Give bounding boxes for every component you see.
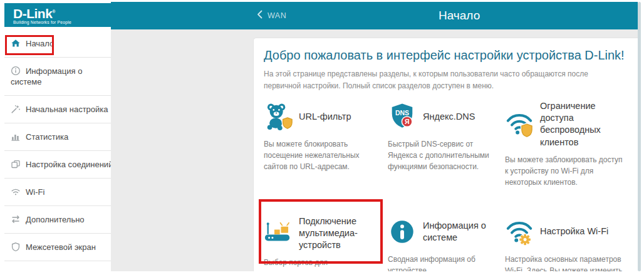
- brand-name: D-Link: [13, 6, 52, 21]
- sidebar-item-label: Начальная настройка: [26, 105, 108, 114]
- sidebar-item-connections-setup[interactable]: Настройка соединений: [4, 151, 111, 179]
- sidebar-item-advanced[interactable]: Дополнительно: [4, 206, 111, 234]
- sidebar-menu: Начало Информация о системе Начальная на…: [4, 27, 111, 261]
- arrows-icon: [11, 214, 21, 224]
- wifi-gear-icon: [505, 217, 534, 246]
- home-icon: [11, 38, 21, 48]
- sidebar-item-system-info[interactable]: Информация о системе: [4, 58, 111, 96]
- card-title: Информация о системе: [423, 220, 505, 244]
- welcome-panel: Добро пожаловать в интерфейс настройки у…: [253, 38, 638, 271]
- sidebar-item-label: Статистика: [26, 132, 68, 142]
- back-link-label: WAN: [267, 11, 286, 20]
- connections-icon: [11, 159, 21, 169]
- sidebar-item-label: Межсетевой экран: [26, 242, 96, 252]
- registered-mark: ®: [52, 9, 55, 14]
- back-link-wan[interactable]: WAN: [257, 2, 286, 29]
- card-title: Ограничение доступа беспроводных клиенто…: [540, 100, 626, 148]
- card-multimedia-devices[interactable]: Подключение мультимедиа-устройств Выбор …: [264, 215, 388, 271]
- card-url-filter[interactable]: URL-фильтр Вы можете блокировать посещен…: [264, 100, 388, 188]
- card-wifi-setup[interactable]: Настройка Wi-Fi Настройка основных парам…: [505, 215, 626, 271]
- vertical-scrollbar[interactable]: [638, 2, 641, 271]
- router-devices-icon: [264, 219, 293, 247]
- card-title: Настройка Wi-Fi: [540, 226, 608, 237]
- page-title: Начало: [439, 9, 480, 23]
- svg-text:DNS: DNS: [395, 109, 409, 117]
- sidebar-item-label: Настройка соединений: [26, 160, 113, 169]
- top-header-bar: WAN Начало: [111, 2, 638, 29]
- card-description: Выбор портов для подключения мультимедиа…: [264, 257, 375, 271]
- sidebar-item-statistics[interactable]: Статистика: [4, 123, 111, 151]
- feature-cards-grid: URL-фильтр Вы можете блокировать посещен…: [264, 100, 626, 271]
- main-content-area: Добро пожаловать в интерфейс настройки у…: [111, 29, 638, 271]
- card-description: Сводная информация об устройстве.: [388, 254, 499, 271]
- dlink-wordmark: D-Link®: [13, 5, 111, 20]
- card-yandex-dns[interactable]: DNS Я Яндекс.DNS Быстрый DNS-сервис от Я…: [388, 100, 505, 188]
- wifi-icon: [11, 187, 21, 197]
- sidebar-item-label: Информация о системе: [11, 66, 82, 86]
- card-title: URL-фильтр: [299, 111, 351, 123]
- chevron-left-icon: [257, 10, 262, 21]
- info-circle-icon: [388, 217, 417, 246]
- info-icon: [11, 66, 21, 76]
- svg-text:Я: Я: [405, 118, 410, 125]
- card-wireless-access-restriction[interactable]: Ограничение доступа беспроводных клиенто…: [505, 100, 626, 188]
- sidebar-item-initial-setup[interactable]: Начальная настройка: [4, 96, 111, 123]
- shield-icon: [11, 242, 21, 252]
- welcome-text: На этой странице представлены разделы, к…: [264, 68, 626, 91]
- teddy-bear-shield-icon: [264, 102, 293, 131]
- card-description: Настройка основных параметров Wi-Fi. Зде…: [505, 254, 626, 271]
- sidebar-item-label: Дополнительно: [26, 215, 85, 224]
- sidebar-item-home[interactable]: Начало: [4, 27, 111, 58]
- wifi-shield-icon: [505, 110, 534, 138]
- sidebar-item-label: Начало: [26, 39, 54, 48]
- wand-icon: [11, 104, 21, 114]
- welcome-title: Добро пожаловать в интерфейс настройки у…: [264, 48, 626, 63]
- card-title: Подключение мультимедиа-устройств: [299, 215, 388, 251]
- card-description: Вы можете заблокировать доступ к устройс…: [505, 154, 626, 188]
- sidebar-item-label: Wi-Fi: [26, 187, 44, 197]
- card-title: Яндекс.DNS: [423, 111, 475, 123]
- sidebar-item-wifi[interactable]: Wi-Fi: [4, 179, 111, 206]
- dlink-logo: D-Link® Building Networks for People: [4, 3, 111, 27]
- router-admin-screenshot: D-Link® Building Networks for People WAN…: [0, 0, 644, 275]
- card-description: Быстрый DNS-сервис от Яндекса с дополнит…: [388, 138, 499, 172]
- card-description: Вы можете блокировать посещение нежелате…: [264, 138, 375, 172]
- brand-tagline: Building Networks for People: [13, 20, 111, 24]
- dns-shield-icon: DNS Я: [388, 102, 417, 131]
- sidebar-item-firewall[interactable]: Межсетевой экран: [4, 234, 111, 261]
- bar-chart-icon: [11, 132, 21, 142]
- card-system-info[interactable]: Информация о системе Сводная информация …: [388, 215, 505, 271]
